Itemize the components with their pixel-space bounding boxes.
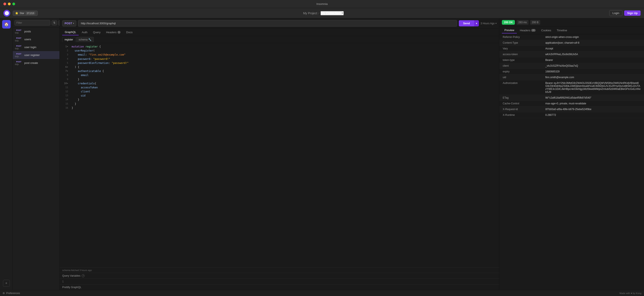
send-dropdown-button[interactable]: ▾ (474, 20, 479, 26)
code-content: accessToken (72, 86, 98, 90)
tab-docs[interactable]: Docs (124, 29, 135, 35)
home-icon-button[interactable]: 🏠 (2, 20, 11, 28)
resp-tab-headers[interactable]: Headers20 (517, 27, 538, 33)
sidebar-toolbar: ⇅ + ▾ (13, 18, 60, 27)
logo-inner (5, 11, 9, 15)
header-value: application/json; charset=utf-8 (545, 41, 640, 44)
line-number: 14 (61, 98, 68, 102)
response-time: 283 ms (516, 20, 528, 25)
star-button[interactable]: ⭐ Star 27,213 (13, 11, 38, 16)
tab-auth[interactable]: Auth (79, 29, 90, 35)
method-type: POST (15, 60, 22, 63)
header-row: access-token wKA3VPPAeLJSo9o56tJv5A (499, 51, 644, 57)
tab-headers[interactable]: Headers1 (104, 29, 124, 35)
resp-tab-timeline[interactable]: Timeline (554, 27, 570, 33)
editor-tab[interactable]: schema 🔧 (76, 37, 94, 42)
app-logo[interactable] (4, 10, 10, 16)
request-type: GQL (15, 40, 19, 42)
timestamp-button[interactable]: 3 Hours Ago ▾ (480, 22, 496, 25)
query-variables-label: Query Variables ? (60, 273, 499, 279)
code-line: 6▾ ) { (60, 65, 499, 69)
header-value: _vlvJUGZRYaXbvQ03aa7sQ (545, 64, 640, 67)
icon-sidebar: 🏠 + (0, 18, 13, 290)
preferences-button[interactable]: ⚙ Preferences (2, 292, 20, 295)
line-number: 16 (61, 106, 68, 110)
prettify-button[interactable]: Prettify GraphQL (60, 284, 499, 290)
method-type: POST (15, 45, 22, 47)
top-bar: ⭐ Star 27,213 My Project / My Collection… (0, 8, 644, 18)
project-link[interactable]: My Project (303, 11, 317, 15)
collection-button[interactable]: My Collection ▼ (320, 11, 344, 15)
header-value: 1680685329 (545, 70, 640, 73)
line-number: 2 (61, 49, 68, 53)
line-number: 8 (61, 73, 68, 77)
star-count: 27,213 (26, 12, 36, 15)
response-size: 200 B (530, 20, 540, 25)
bottom-bar: ⚙ Preferences Made with ♥ by Kong (0, 290, 644, 296)
minimize-button[interactable] (8, 2, 11, 5)
line-number: 1▾ (61, 45, 68, 49)
method-select[interactable]: POST ▾ (62, 20, 76, 26)
list-item[interactable]: POST GQL posts (13, 27, 60, 35)
code-content: email: "finn.smith@example.com" (72, 53, 126, 57)
list-item[interactable]: POST GQL users (13, 35, 60, 43)
header-value: Bearer eyJhY2Nlc3MtdG9rZW4iOiJ3S0EzVlBQQ… (545, 82, 640, 93)
list-item[interactable]: POST GQL post create (13, 59, 60, 67)
code-editor[interactable]: 1▾ mutation register { 2 userRegister( 3… (60, 43, 499, 268)
tab-label: Cookies (541, 29, 551, 32)
url-input[interactable] (78, 20, 457, 27)
chevron-down-icon: ▼ (341, 12, 343, 14)
editor-tab[interactable]: register (62, 37, 76, 42)
code-line: 1▾ mutation register { (60, 45, 499, 49)
help-icon[interactable]: ? (82, 274, 84, 277)
send-btn-group: Send ▾ (459, 20, 479, 26)
login-button[interactable]: Login (609, 10, 622, 16)
header-row: token-type Bearer (499, 57, 644, 63)
method-badge-wrapper: POST GQL (15, 37, 22, 42)
list-item[interactable]: POST GQL user login (13, 43, 60, 51)
request-name: user login (24, 45, 36, 49)
resp-tab-cookies[interactable]: Cookies (539, 27, 554, 33)
status-badge: 200 OK (502, 20, 515, 25)
code-area: registerschema 🔧 1▾ mutation register { … (60, 36, 499, 290)
header-row: uid finn.smith@example.com (499, 74, 644, 80)
request-list: POST GQL posts POST GQL users POST GQL u… (13, 27, 60, 290)
headers-table: Referrer-Policy strict-origin-when-cross… (499, 34, 644, 290)
breadcrumb: My Project / My Collection ▼ (38, 11, 609, 15)
tab-query[interactable]: Query (90, 29, 103, 35)
request-area: POST ▾ Send ▾ 3 Hours Ago ▾ GraphQLAuthQ… (60, 18, 499, 290)
timestamp-label: 3 Hours Ago (480, 22, 494, 25)
header-value: 0f7b93a0-af9a-49fe-b679-25ebe524f9be (545, 108, 640, 111)
tab-label: Timeline (557, 29, 567, 32)
header-row: Content-Type application/json; charset=u… (499, 40, 644, 46)
code-line: 9 } (60, 77, 499, 82)
resp-tab-preview[interactable]: Preview (502, 27, 517, 33)
tab-label: GraphQL (65, 30, 76, 34)
line-number: 15 (61, 102, 68, 106)
filter-input[interactable] (14, 20, 50, 25)
code-content: } (72, 102, 76, 106)
header-value: 0.280772 (545, 113, 640, 116)
code-content: mutation register { (72, 45, 101, 49)
code-content: passwordConfirmation: "password!" (72, 61, 128, 65)
list-item[interactable]: POST GQL user register (13, 51, 60, 59)
header-row: client _vlvJUGZRYaXbvQ03aa7sQ (499, 63, 644, 69)
maximize-button[interactable] (12, 2, 15, 5)
line-number: 3 (61, 53, 68, 57)
header-row: expiry 1680685329 (499, 69, 644, 74)
main-container: 🏠 + ⇅ + ▾ POST GQL posts POST GQL users (0, 18, 644, 290)
close-button[interactable] (4, 2, 6, 5)
code-line: 14 } (60, 98, 499, 102)
header-row: Referrer-Policy strict-origin-when-cross… (499, 34, 644, 40)
line-number: 11 (61, 86, 68, 90)
header-value: strict-origin-when-cross-origin (545, 35, 640, 38)
add-workspace-button[interactable]: + (3, 280, 10, 287)
send-button[interactable]: Send (459, 20, 474, 26)
sort-button[interactable]: ⇅ (52, 20, 57, 25)
code-line: 12 client (60, 90, 499, 94)
line-number: 4 (61, 57, 68, 61)
request-type: GQL (15, 55, 19, 57)
signup-button[interactable]: Sign Up (624, 10, 640, 16)
tab-graphql[interactable]: GraphQL (62, 29, 79, 35)
tab-label: Headers (520, 29, 530, 32)
